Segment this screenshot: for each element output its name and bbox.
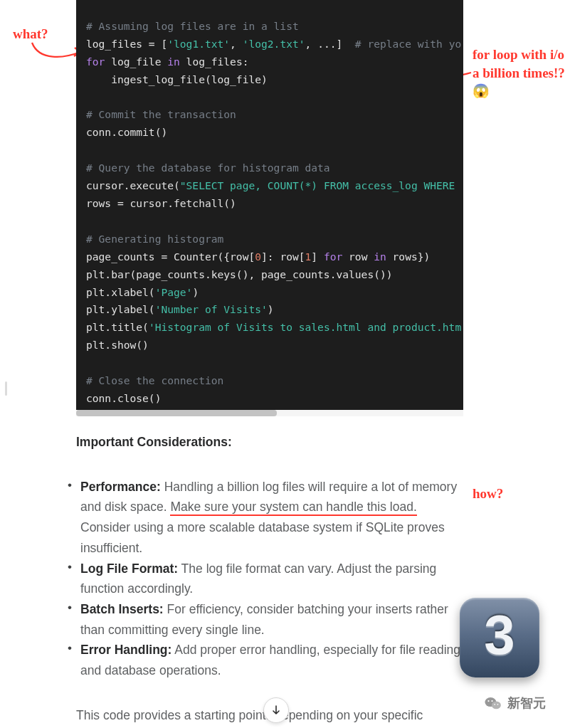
svg-point-1 xyxy=(492,701,501,709)
scrollbar-thumb[interactable] xyxy=(76,410,277,416)
annotation-how: how? xyxy=(473,485,503,503)
svg-point-5 xyxy=(497,704,499,705)
item-label: Performance: xyxy=(80,480,161,494)
watermark-label: 新智元 xyxy=(507,695,546,712)
wechat-icon xyxy=(484,694,502,712)
code-horizontal-scrollbar[interactable] xyxy=(76,410,463,416)
considerations-list: Performance: Handling a billion log file… xyxy=(76,477,463,681)
watermark: 新智元 xyxy=(484,694,546,712)
item-body: Consider using a more scalable database … xyxy=(80,520,445,555)
considerations-item: Batch Inserts: For efficiency, consider … xyxy=(76,599,463,640)
considerations-item: Log File Format: The log file format can… xyxy=(76,559,463,599)
item-label: Error Handling: xyxy=(80,643,171,657)
considerations-item: Performance: Handling a billion log file… xyxy=(76,477,463,559)
annotation-what: what? xyxy=(13,25,48,43)
svg-point-3 xyxy=(491,700,492,702)
svg-point-4 xyxy=(494,704,495,705)
content-area: Important Considerations: Performance: H… xyxy=(76,432,463,728)
scroll-down-button[interactable] xyxy=(263,697,289,723)
step-badge-label: 3 xyxy=(484,603,514,668)
arrow-down-icon xyxy=(270,705,282,716)
code-content: # Assuming log files are in a list log_f… xyxy=(76,0,463,408)
step-badge: 3 xyxy=(460,598,539,677)
considerations-heading: Important Considerations: xyxy=(76,432,463,453)
vertical-scroll-indicator xyxy=(5,381,7,396)
svg-point-2 xyxy=(487,700,489,702)
item-label: Batch Inserts: xyxy=(80,602,164,616)
annotation-loop: for loop with i/o a billion times!? 😱 xyxy=(473,46,569,100)
page-root: what? for loop with i/o a billion times!… xyxy=(0,0,570,728)
underlined-phrase: Make sure your system can handle this lo… xyxy=(170,500,416,516)
item-label: Log File Format: xyxy=(80,561,178,576)
code-block: # Assuming log files are in a list log_f… xyxy=(76,0,463,416)
considerations-item: Error Handling: Add proper error handlin… xyxy=(76,640,463,680)
